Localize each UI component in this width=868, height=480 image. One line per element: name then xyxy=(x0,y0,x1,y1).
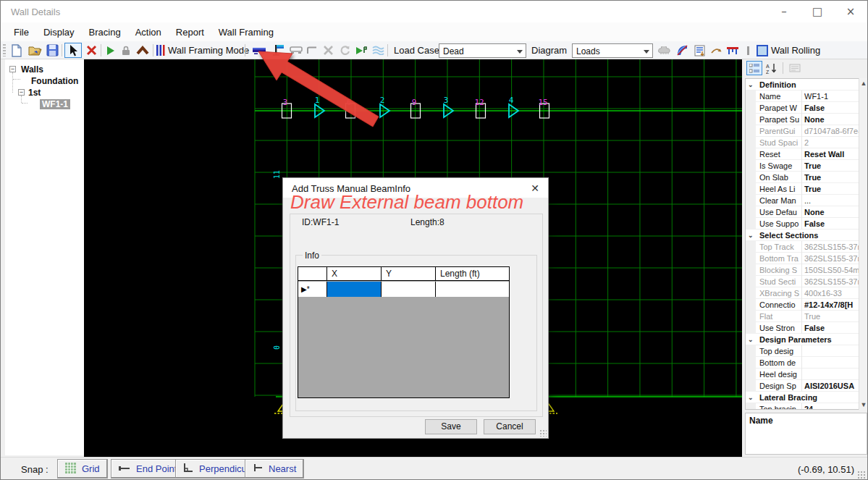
cell-y[interactable] xyxy=(382,282,436,297)
property-row[interactable]: On SlabTrue xyxy=(746,172,867,183)
cancel-button[interactable]: Cancel xyxy=(484,419,536,434)
new-document-button[interactable] xyxy=(9,43,24,58)
property-value[interactable]: WF1-1 xyxy=(804,90,859,102)
property-value[interactable]: False xyxy=(804,322,859,334)
property-row[interactable]: ParentGuid71047a8-6f7e- xyxy=(746,125,867,137)
menu-wall-framing[interactable]: Wall Framing xyxy=(211,24,281,41)
tree-expander[interactable]: − xyxy=(18,89,25,96)
property-row[interactable]: NameWF1-1 xyxy=(746,90,867,102)
diagram-dropdown[interactable]: Loads xyxy=(572,43,653,58)
property-value[interactable]: 150SLS50-54mi xyxy=(804,264,859,276)
property-row[interactable]: Use StronFalse xyxy=(746,322,867,334)
property-row[interactable]: FlatTrue xyxy=(746,311,867,322)
property-value[interactable]: True xyxy=(804,172,859,183)
property-value[interactable]: False xyxy=(804,218,859,230)
property-row[interactable]: Stud Spaci2 xyxy=(746,137,867,148)
property-row[interactable]: Stud Secti362SLS155-37m xyxy=(746,276,867,287)
property-value[interactable]: None xyxy=(804,114,859,125)
property-value[interactable]: True xyxy=(804,311,859,322)
window-resize-grip[interactable] xyxy=(857,471,866,479)
wall-rolling-button[interactable] xyxy=(755,43,770,58)
property-row[interactable]: Parapet WFalse xyxy=(746,102,867,114)
property-value[interactable]: d71047a8-6f7e- xyxy=(804,125,859,137)
run-single-button[interactable] xyxy=(353,43,369,58)
column-header-rowselector[interactable] xyxy=(298,267,327,281)
redo-arrow-button[interactable] xyxy=(708,43,724,58)
load-case-dropdown[interactable]: Dead xyxy=(439,43,526,58)
maximize-button[interactable]: □ xyxy=(801,1,834,22)
select-tool-button[interactable] xyxy=(64,43,82,58)
tree-item-walls[interactable]: Walls xyxy=(21,64,43,75)
cloud-view-button[interactable] xyxy=(657,43,673,58)
property-row[interactable]: Design SpAISI2016USA xyxy=(746,380,867,392)
property-value[interactable]: 362SLS155-37m xyxy=(804,241,859,253)
wind-button[interactable] xyxy=(370,43,386,58)
property-row[interactable]: Use SuppoFalse xyxy=(746,218,867,230)
scroll-up-icon[interactable]: ▲ xyxy=(859,80,868,87)
property-value[interactable]: ... xyxy=(804,195,859,206)
property-value[interactable]: 2 xyxy=(804,137,859,148)
property-value[interactable]: True xyxy=(804,160,859,172)
clear-tool-button[interactable] xyxy=(320,43,336,58)
property-row[interactable]: Clear Man... xyxy=(746,195,867,206)
tree-item-wf1-1[interactable]: WF1-1 xyxy=(40,99,70,109)
cell-lengthft[interactable] xyxy=(436,282,510,297)
column-header-Y[interactable]: Y xyxy=(382,267,436,281)
draw-beam-top-button[interactable] xyxy=(250,43,268,58)
tree-item-foundation[interactable]: Foundation xyxy=(31,76,78,86)
open-button[interactable] xyxy=(27,43,43,58)
property-category-select-sections[interactable]: ⌄Select Sections xyxy=(746,230,867,241)
sort-az-button[interactable]: AZ xyxy=(764,61,780,75)
corner-tool-button[interactable] xyxy=(305,43,319,58)
dialog-resize-grip[interactable] xyxy=(539,429,547,437)
property-row[interactable]: Use DefauNone xyxy=(746,206,867,218)
property-value[interactable]: 362SLS155-37m xyxy=(804,276,859,287)
property-row[interactable]: Top Track362SLS155-37m xyxy=(746,241,867,253)
collapse-button[interactable] xyxy=(134,43,151,58)
bridge-table-button[interactable] xyxy=(725,43,741,58)
shell-view-button[interactable] xyxy=(674,43,690,58)
tree-expander[interactable]: − xyxy=(9,66,16,72)
property-row[interactable]: Heel desig xyxy=(746,369,867,380)
property-value[interactable]: #12-14x7/8[H xyxy=(804,299,859,311)
delete-button[interactable] xyxy=(83,43,99,58)
property-pages-button[interactable] xyxy=(787,61,803,75)
menu-file[interactable]: File xyxy=(7,24,36,41)
property-row[interactable]: Is SwageTrue xyxy=(746,160,867,172)
property-row[interactable]: XBracing S400x16-33 xyxy=(746,287,867,299)
row-marker-cell[interactable]: ▶* xyxy=(298,282,327,297)
property-category-design-parameters[interactable]: ⌄Design Parameters xyxy=(746,334,867,345)
property-row[interactable]: Bottom de xyxy=(746,357,867,369)
menu-bracing[interactable]: Bracing xyxy=(82,24,128,41)
column-header-X[interactable]: X xyxy=(327,267,382,281)
property-value[interactable]: 362SLS155-37m xyxy=(804,253,859,264)
report-doc-button[interactable] xyxy=(691,43,707,58)
lock-button[interactable] xyxy=(119,43,133,58)
menu-action[interactable]: Action xyxy=(128,24,169,41)
refresh-button[interactable] xyxy=(337,43,353,58)
property-category-lateral-bracing[interactable]: ⌄Lateral Bracing xyxy=(746,392,867,403)
property-row[interactable]: Bottom Tra362SLS155-37m xyxy=(746,253,867,264)
property-value[interactable]: Reset Wall xyxy=(804,148,859,160)
wall-framing-mode-label[interactable]: Wall Framing Mode xyxy=(168,45,249,56)
snap-button-grid[interactable]: Grid xyxy=(57,459,108,479)
property-row[interactable]: Parapet SuNone xyxy=(746,114,867,125)
categorized-button[interactable] xyxy=(746,61,762,75)
run-button[interactable] xyxy=(104,43,118,58)
snap-button-nearest[interactable]: Nearst xyxy=(245,459,304,479)
close-button[interactable]: × xyxy=(834,1,867,22)
save-button[interactable]: Save xyxy=(425,419,477,434)
draw-beam-gray-button[interactable] xyxy=(288,43,304,58)
property-row[interactable]: Blocking S150SLS50-54mi xyxy=(746,264,867,276)
menu-report[interactable]: Report xyxy=(169,24,211,41)
property-row[interactable]: Connectio#12-14x7/8[H xyxy=(746,299,867,311)
tree-item-1st[interactable]: 1st xyxy=(28,88,41,98)
draw-external-beam-bottom-button[interactable] xyxy=(270,43,286,58)
property-row[interactable]: Top bracin24 xyxy=(746,403,867,410)
property-value[interactable]: 400x16-33 xyxy=(804,287,859,299)
property-category-definition[interactable]: ⌄Definition xyxy=(746,79,867,90)
minimize-button[interactable]: – xyxy=(767,1,801,22)
cursor-bar-button[interactable] xyxy=(744,43,751,58)
property-value[interactable]: AISI2016USA xyxy=(804,380,859,392)
property-row[interactable]: Heel As LiTrue xyxy=(746,183,867,195)
